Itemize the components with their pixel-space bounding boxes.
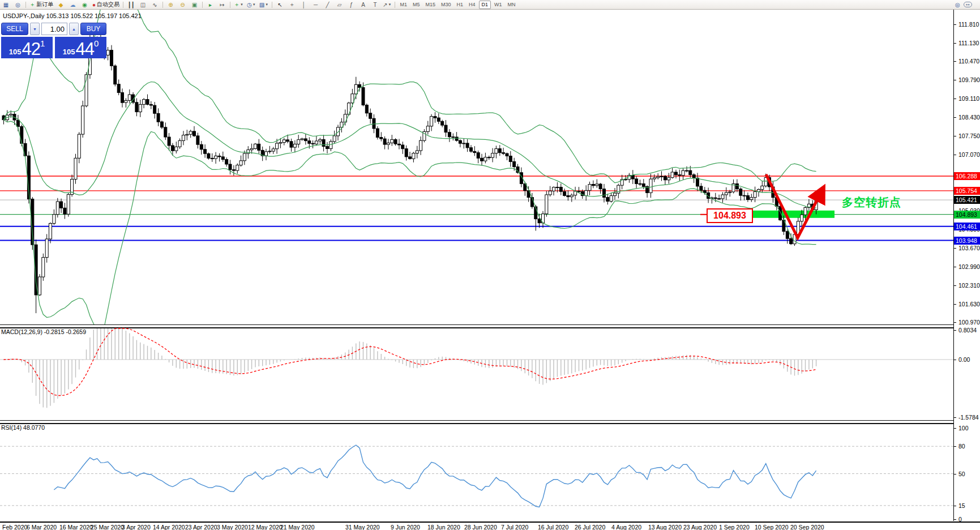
date-axis-label: 28 Jun 2020 — [464, 524, 497, 530]
date-axis-label: 25 Mar 2020 — [91, 524, 124, 530]
price-level-badge: 105.754 — [954, 187, 980, 195]
macd-scale-tick: 0.8034 — [958, 327, 977, 334]
date-axis[interactable]: Feb 20206 Mar 202016 Mar 202025 Mar 2020… — [0, 522, 980, 530]
metaeditor-icon[interactable]: ◆ — [55, 1, 66, 8]
timeframe-button-d1[interactable]: D1 — [479, 1, 491, 9]
buy-price-panel[interactable]: 105440 — [55, 37, 106, 58]
templates-button[interactable]: ▨▼ — [258, 1, 269, 8]
date-axis-label: 12 May 2020 — [248, 524, 283, 530]
date-axis-label: 6 Mar 2020 — [27, 524, 57, 530]
sell-button[interactable]: SELL — [1, 23, 28, 35]
date-axis-label: 16 Jul 2020 — [538, 524, 568, 530]
bar-chart-icon[interactable]: ┃┃ — [126, 1, 136, 8]
date-axis-label: 16 Mar 2020 — [59, 524, 93, 530]
price-axis-tick: 102.310 — [958, 282, 980, 289]
price-level-badge: 104.461 — [954, 223, 980, 230]
chart-shift-icon[interactable]: ↦ — [217, 1, 228, 8]
price-axis-tick: 111.810 — [958, 21, 979, 28]
timeframe-button-h1[interactable]: H1 — [455, 1, 466, 8]
vertical-line-icon[interactable]: │ — [298, 1, 309, 8]
line-chart-icon[interactable]: ∿ — [149, 1, 160, 8]
price-axis-tick: 102.990 — [958, 263, 980, 270]
timeframe-button-m30[interactable]: M30 — [439, 1, 453, 8]
timeframe-button-m5[interactable]: M5 — [410, 1, 422, 8]
date-axis-label: 20 Sep 2020 — [790, 524, 824, 530]
indicators-button[interactable]: ＋▼ — [233, 1, 245, 8]
date-axis-label: 14 Apr 2020 — [153, 524, 185, 530]
support-zone-bar[interactable] — [753, 211, 835, 218]
sell-price-point: 1 — [40, 39, 45, 48]
date-axis-label: 21 May 2020 — [280, 524, 315, 530]
arrows-icon[interactable]: ↗▼ — [382, 1, 392, 8]
history-center-icon[interactable]: ☁ — [67, 1, 78, 8]
macd-scale-tick: 0.00 — [958, 356, 970, 363]
cursor-icon[interactable]: ↖ — [275, 1, 285, 8]
fibonacci-icon[interactable]: ƒ — [346, 1, 357, 8]
timeframe-button-m15[interactable]: M15 — [423, 1, 438, 8]
price-level-badge: 103.948 — [954, 237, 980, 245]
annotation-text[interactable]: 多空转折点 — [842, 195, 901, 210]
buy-price-pips: 44 — [75, 41, 93, 57]
new-order-button[interactable]: ＋新订单 — [28, 1, 54, 8]
rsi-scale-tick: 80 — [958, 443, 965, 450]
main-toolbar: ▦◎＋新订单◆☁◉●自动交易┃┃◫∿⊕⊖▣▸↦＋▼◷▼▨▼↖＋│─╱▱ƒAT↗▼… — [0, 0, 980, 10]
volume-increase-button[interactable]: ▲ — [69, 23, 79, 35]
label-icon[interactable]: T — [370, 1, 380, 8]
volume-decrease-button[interactable]: ▼ — [30, 23, 40, 35]
periods-button[interactable]: ◷▼ — [246, 1, 257, 8]
price-axis[interactable]: 111.810111.130110.470109.790109.110108.4… — [953, 9, 980, 521]
rsi-scale-tick: 15 — [958, 502, 965, 509]
date-axis-label: Feb 2020 — [2, 524, 27, 530]
date-axis-label: 3 May 2020 — [217, 524, 248, 530]
trendline-icon[interactable]: ╱ — [322, 1, 333, 8]
price-axis-tick: 107.070 — [958, 151, 980, 158]
date-axis-label: 23 Aug 2020 — [683, 524, 717, 530]
rsi-label: RSI(14) 48.0770 — [1, 424, 45, 431]
rsi-indicator-panel[interactable] — [0, 422, 953, 521]
toolbar-separator — [162, 2, 163, 8]
timeframe-button-w1[interactable]: W1 — [492, 1, 504, 8]
date-axis-label: 13 Aug 2020 — [648, 524, 682, 530]
buy-button[interactable]: BUY — [80, 23, 106, 35]
channel-icon[interactable]: ▱ — [334, 1, 345, 8]
one-click-trading-widget: SELL ▼ ▲ BUY 105421 105440 — [1, 23, 106, 58]
text-icon[interactable]: A — [358, 1, 369, 8]
toolbar-separator — [202, 2, 203, 8]
signals-icon[interactable]: ◉ — [79, 1, 90, 8]
buy-price-figure: 105 — [63, 48, 75, 57]
price-axis-tick: 107.750 — [958, 132, 980, 139]
date-axis-label: 26 Jul 2020 — [575, 524, 605, 530]
crosshair-icon[interactable]: ＋ — [286, 1, 297, 8]
new-chart-icon[interactable]: ▦ — [1, 1, 11, 8]
zoom-in-icon[interactable]: ⊕ — [165, 1, 176, 8]
candlestick-chart-icon[interactable]: ◫ — [138, 1, 148, 8]
timeframe-button-h4[interactable]: H4 — [467, 1, 478, 8]
timeframe-button-m1[interactable]: M1 — [397, 1, 409, 8]
price-axis-tick: 108.430 — [958, 114, 980, 121]
horizontal-line-icon[interactable]: ─ — [310, 1, 321, 8]
support-price-tag[interactable]: 104.893 — [707, 208, 753, 223]
reversal-arrow[interactable] — [766, 174, 821, 238]
zoom-out-icon[interactable]: ⊖ — [177, 1, 188, 8]
rsi-scale-tick: 100 — [958, 425, 969, 431]
toolbar-separator — [25, 2, 26, 8]
date-axis-label: 23 Apr 2020 — [185, 524, 217, 530]
search-icon[interactable]: ◎ — [952, 1, 963, 8]
macd-indicator-panel[interactable] — [0, 327, 953, 420]
chat-icon[interactable]: ●● — [964, 2, 972, 7]
auto-scroll-icon[interactable]: ▸ — [205, 1, 216, 8]
volume-input[interactable] — [41, 23, 67, 35]
price-level-badge: 104.893 — [954, 211, 980, 219]
data-window-icon[interactable]: ◎ — [12, 1, 23, 8]
price-axis-tick: 100.970 — [958, 319, 980, 326]
rsi-scale-tick: 50 — [958, 471, 965, 477]
date-axis-label: 9 Jun 2020 — [391, 524, 420, 530]
macd-scale-tick: -1.5784 — [958, 414, 979, 421]
timeframe-buttons: M1M5M15M30H1H4D1W1MN — [397, 1, 518, 9]
date-axis-label: 18 Jun 2020 — [427, 524, 460, 530]
main-price-chart[interactable] — [0, 9, 953, 325]
timeframe-button-mn[interactable]: MN — [506, 1, 518, 8]
tile-windows-icon[interactable]: ▣ — [189, 1, 200, 8]
sell-price-panel[interactable]: 105421 — [1, 37, 53, 58]
autotrading-button[interactable]: ●自动交易 — [91, 1, 121, 8]
